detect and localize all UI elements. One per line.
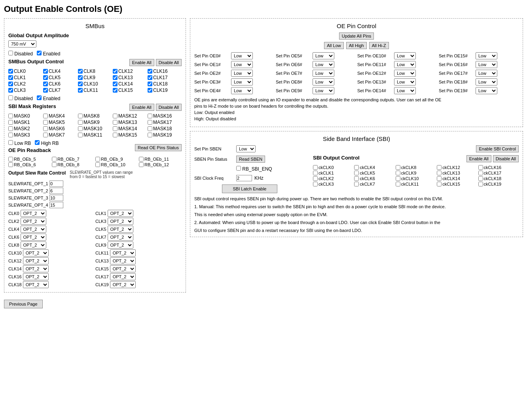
read-sben-btn[interactable]: Read SBEN	[236, 156, 265, 163]
all-hiz-btn[interactable]: All Hi-Z	[369, 42, 389, 49]
oe-pin-select-setpinoe3[interactable]: LowHighHi-Z	[231, 78, 253, 86]
clk-opt-select-clk9[interactable]: OPT_0OPT_1OPT_2OPT_3	[108, 241, 133, 249]
sbi-ck-checkbox-ckclk0[interactable]	[313, 165, 318, 170]
sbi-ck-checkbox-ckclk11[interactable]	[396, 182, 400, 186]
mask-checkbox-mask16[interactable]	[148, 114, 152, 118]
smbus-clk-checkbox-clk0[interactable]	[8, 69, 13, 74]
clk-opt-select-clk3[interactable]: OPT_0OPT_1OPT_2OPT_3	[108, 218, 133, 225]
clk-opt-select-clk10[interactable]: OPT_0OPT_1OPT_2OPT_3	[23, 249, 49, 257]
sbi-ck-checkbox-ckclk15[interactable]	[437, 182, 442, 186]
sbi-disable-all-btn[interactable]: Disable All	[493, 155, 519, 162]
smbus-clk-checkbox-clk3[interactable]	[8, 88, 13, 93]
sbi-ck-checkbox-ckclk13[interactable]	[437, 171, 442, 175]
rb-checkbox-rb_oeb_9[interactable]	[95, 157, 100, 162]
mask-checkbox-mask9[interactable]	[78, 120, 83, 125]
clk-opt-select-clk6[interactable]: OPT_0OPT_1OPT_2OPT_3	[21, 234, 46, 241]
mask-checkbox-mask10[interactable]	[78, 126, 83, 131]
read-oe-pins-btn[interactable]: Read OE Pins Status	[135, 144, 182, 151]
update-all-pins-btn[interactable]: Update All Pins	[339, 32, 374, 40]
mask-checkbox-mask18[interactable]	[148, 126, 152, 131]
smbus-clk-checkbox-clk15[interactable]	[113, 88, 118, 93]
mask-checkbox-mask4[interactable]	[43, 114, 48, 118]
smbus-clk-checkbox-clk10[interactable]	[78, 82, 83, 86]
sbi-ck-checkbox-ckclk12[interactable]	[437, 165, 442, 170]
smbus-clk-checkbox-clk18[interactable]	[148, 82, 152, 86]
high-rb-checkbox[interactable]	[35, 140, 40, 145]
mask-checkbox-mask15[interactable]	[113, 133, 118, 137]
oe-pin-select-setpinoe12[interactable]: LowHighHi-Z	[394, 70, 416, 77]
smbus-clk-checkbox-clk4[interactable]	[43, 69, 48, 74]
mask-checkbox-mask0[interactable]	[8, 114, 13, 118]
oe-pin-select-setpinoe11[interactable]: LowHighHi-Z	[394, 61, 416, 68]
mask-checkbox-mask14[interactable]	[113, 126, 118, 131]
smbus-clk-checkbox-clk2[interactable]	[8, 82, 13, 86]
oe-pin-select-setpinoe7[interactable]: LowHighHi-Z	[313, 70, 334, 77]
smbus-enabled-checkbox[interactable]	[37, 51, 42, 55]
oe-pin-select-setpinoe2[interactable]: LowHighHi-Z	[231, 70, 253, 77]
sbi-ck-checkbox-ckclk10[interactable]	[396, 176, 400, 181]
oe-pin-select-setpinoe1[interactable]: LowHighHi-Z	[231, 61, 253, 68]
previous-page-btn[interactable]: Previous Page	[4, 300, 43, 308]
mask-checkbox-mask6[interactable]	[43, 126, 48, 131]
smbus-clk-checkbox-clk14[interactable]	[113, 82, 118, 86]
oe-pin-select-setpinoe4[interactable]: LowHighHi-Z	[231, 87, 253, 94]
sbi-clock-freq-input[interactable]	[236, 175, 252, 181]
mask-checkbox-mask1[interactable]	[8, 120, 13, 125]
sbi-ck-checkbox-ckclk4[interactable]	[354, 165, 359, 170]
smbus-clk-checkbox-clk13[interactable]	[113, 75, 118, 80]
sbi-ck-checkbox-ckclk9[interactable]	[396, 171, 400, 175]
clk-opt-select-clk15[interactable]: OPT_0OPT_1OPT_2OPT_3	[110, 265, 136, 272]
smbus-clk-checkbox-clk16[interactable]	[148, 69, 152, 74]
smbus-clk-checkbox-clk1[interactable]	[8, 75, 13, 80]
slew-value-input-3[interactable]	[49, 202, 63, 208]
rb-checkbox-rb_oeb_10[interactable]	[95, 162, 100, 167]
oe-pin-select-setpinoe18[interactable]: LowHighHi-Z	[476, 78, 497, 86]
sbi-mask-disabled-checkbox[interactable]	[8, 95, 13, 100]
clk-opt-select-clk4[interactable]: OPT_0OPT_1OPT_2OPT_3	[21, 226, 46, 233]
rb-checkbox-rb_oeb_7[interactable]	[52, 157, 57, 162]
clk-opt-select-clk14[interactable]: OPT_0OPT_1OPT_2OPT_3	[23, 265, 49, 272]
smbus-clk-checkbox-clk5[interactable]	[43, 75, 48, 80]
enable-sbi-control-btn[interactable]: Enable SBI Control	[476, 145, 519, 152]
sbi-ck-checkbox-ckclk3[interactable]	[313, 182, 318, 186]
clk-opt-select-clk7[interactable]: OPT_0OPT_1OPT_2OPT_3	[108, 234, 133, 241]
sbi-ck-checkbox-ckclk17[interactable]	[478, 171, 483, 175]
clk-opt-select-clk18[interactable]: OPT_0OPT_1OPT_2OPT_3	[23, 281, 49, 288]
smbus-clk-checkbox-clk8[interactable]	[78, 69, 83, 74]
low-rb-checkbox[interactable]	[8, 140, 13, 145]
clk-opt-select-clk8[interactable]: OPT_0OPT_1OPT_2OPT_3	[21, 241, 46, 249]
rb-checkbox-rb_oeb_5[interactable]	[8, 157, 13, 162]
slew-value-input-2[interactable]	[49, 195, 63, 201]
clk-opt-select-clk1[interactable]: OPT_0OPT_1OPT_2OPT_3	[108, 210, 133, 217]
amplitude-select[interactable]: 750 mV 500 mV 1000 mV	[8, 40, 36, 48]
sbi-ck-checkbox-ckclk18[interactable]	[478, 176, 483, 181]
clk-opt-select-clk16[interactable]: OPT_0OPT_1OPT_2OPT_3	[23, 273, 49, 280]
oe-pin-select-setpinoe5[interactable]: LowHighHi-Z	[313, 52, 334, 59]
sbi-enable-all-btn[interactable]: Enable All	[466, 155, 491, 162]
clk-opt-select-clk5[interactable]: OPT_0OPT_1OPT_2OPT_3	[108, 226, 133, 233]
sbi-ck-checkbox-ckclk19[interactable]	[478, 182, 483, 186]
clk-opt-select-clk11[interactable]: OPT_0OPT_1OPT_2OPT_3	[110, 249, 136, 257]
smbus-clk-checkbox-clk17[interactable]	[148, 75, 152, 80]
sbi-mask-disable-all-btn[interactable]: Disable All	[156, 104, 182, 111]
all-high-btn[interactable]: All High	[346, 42, 367, 49]
oe-pin-select-setpinoe6[interactable]: LowHighHi-Z	[313, 61, 334, 68]
sbi-ck-checkbox-ckclk8[interactable]	[396, 165, 400, 170]
smbus-clk-checkbox-clk6[interactable]	[43, 82, 48, 86]
smbus-clk-checkbox-clk11[interactable]	[78, 88, 83, 93]
oe-pin-select-setpinoe0[interactable]: LowHighHi-Z	[231, 52, 253, 59]
set-sben-select[interactable]: Low High	[236, 145, 256, 152]
mask-checkbox-mask7[interactable]	[43, 133, 48, 137]
rb-checkbox-rb_oeb_11[interactable]	[139, 157, 144, 162]
oe-pin-select-setpinoe19[interactable]: LowHighHi-Z	[476, 87, 497, 94]
smbus-clk-checkbox-clk19[interactable]	[148, 88, 152, 93]
sbi-ck-checkbox-ckclk7[interactable]	[354, 182, 359, 186]
smbus-clk-checkbox-clk9[interactable]	[78, 75, 83, 80]
mask-checkbox-mask12[interactable]	[113, 114, 118, 118]
oe-pin-select-setpinoe10[interactable]: LowHighHi-Z	[394, 52, 416, 59]
mask-checkbox-mask11[interactable]	[78, 133, 83, 137]
slew-value-input-0[interactable]	[49, 181, 63, 187]
clk-opt-select-clk2[interactable]: OPT_0OPT_1OPT_2OPT_3	[21, 218, 46, 225]
clk-opt-select-clk17[interactable]: OPT_0OPT_1OPT_2OPT_3	[110, 273, 136, 280]
rb-checkbox-rb_oeb_8[interactable]	[52, 162, 57, 167]
